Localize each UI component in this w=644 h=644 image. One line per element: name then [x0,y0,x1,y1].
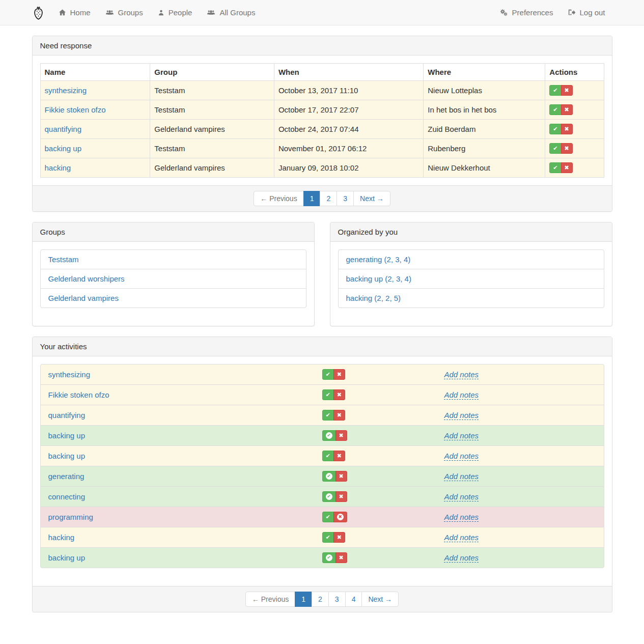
activity-link[interactable]: hacking [45,163,71,172]
decline-button[interactable]: ✖✖ [333,512,347,522]
activity-link[interactable]: generating [48,472,85,481]
pagination-next[interactable]: Next → [353,191,390,206]
accept-button[interactable]: ✔✔ [322,389,334,400]
users-icon [105,8,115,17]
decline-button[interactable]: ✖ [561,85,573,96]
nav-groups[interactable]: Groups [98,0,150,25]
add-notes-link[interactable]: Add notes [444,431,479,440]
nav-home[interactable]: Home [51,0,98,25]
add-notes-link[interactable]: Add notes [444,513,479,522]
nav-preferences[interactable]: Preferences [492,0,561,25]
decline-button[interactable]: ✖✖ [333,532,345,543]
activity-link[interactable]: backing up [48,452,86,460]
accept-button[interactable]: ✔✔ [322,369,334,380]
nav-all-groups-label: All Groups [219,8,255,17]
organized-by-you-panel: Organized by you generating (2, 3, 4) ba… [330,222,612,326]
activity-link[interactable]: Fikkie stoken ofzo [45,105,106,114]
groups-panel: Groups Teststam Gelderland worshipers Ge… [32,222,315,326]
decline-button[interactable]: ✖✖ [335,430,347,441]
accept-button[interactable]: ✔ [549,85,561,96]
accept-button[interactable]: ✔ [549,143,561,154]
add-notes-link[interactable]: Add notes [444,370,479,379]
activity-link[interactable]: programming [48,513,93,521]
nav-all-groups[interactable]: All Groups [199,0,262,25]
row-when: October 13, 2017 11:10 [274,81,423,100]
x-icon: ✖ [565,88,569,93]
decline-button[interactable]: ✖ [561,162,573,173]
col-header-when: When [274,64,423,81]
activity-link[interactable]: backing up [48,431,86,440]
accept-button[interactable]: ✔✔ [322,552,336,563]
activity-link[interactable]: Fikkie stoken ofzo [48,390,109,399]
pagination-page-1[interactable]: 1 [303,191,321,206]
accept-button[interactable]: ✔✔ [322,491,336,502]
need-response-title: Need response [33,36,612,55]
accept-button[interactable]: ✔✔ [322,512,334,522]
accept-button[interactable]: ✔ [549,124,561,134]
col-header-group: Group [150,64,274,81]
pagination-previous[interactable]: ← Previous [254,191,303,206]
accept-button[interactable]: ✔✔ [322,410,334,421]
add-notes-link[interactable]: Add notes [444,452,479,461]
check-circle-icon: ✔ [326,554,332,561]
activity-link[interactable]: backing up [48,553,86,562]
table-row: Fikkie stoken ofzo Teststam October 17, … [40,100,604,120]
accept-button[interactable]: ✔✔ [322,532,334,543]
nav-home-label: Home [70,8,91,17]
organized-activity-link[interactable]: backing up (2, 3, 4) [338,269,604,289]
pagination-page-2[interactable]: 2 [312,592,329,607]
add-notes-link[interactable]: Add notes [444,390,479,400]
accept-button[interactable]: ✔ [549,162,561,173]
activity-link[interactable]: synthesizing [48,370,91,379]
pagination-page-2[interactable]: 2 [320,191,337,206]
x-icon: ✖ [337,412,342,418]
add-notes-link[interactable]: Add notes [444,553,479,563]
activity-link[interactable]: backing up [45,144,82,153]
add-notes-link[interactable]: Add notes [444,492,479,501]
group-link[interactable]: Teststam [40,249,306,269]
pagination-next[interactable]: Next → [361,592,399,607]
add-notes-link[interactable]: Add notes [444,472,479,481]
pagination-page-3[interactable]: 3 [337,191,354,206]
activity-link[interactable]: synthesizing [45,86,87,95]
accept-button[interactable]: ✔✔ [322,471,336,482]
brand-logo[interactable] [32,0,51,25]
x-icon: ✖ [337,535,342,540]
users-icon [206,8,216,17]
nav-logout[interactable]: Log out [560,0,612,25]
decline-button[interactable]: ✖✖ [333,451,345,461]
row-when: October 24, 2017 07:44 [274,120,423,139]
decline-button[interactable]: ✖✖ [335,471,347,482]
decline-button[interactable]: ✖ [561,104,573,115]
decline-button[interactable]: ✖✖ [333,410,345,421]
pagination-page-3[interactable]: 3 [328,592,346,607]
pagination-page-1[interactable]: 1 [295,592,312,607]
col-header-actions: Actions [545,64,604,81]
decline-button[interactable]: ✖✖ [335,552,347,563]
activity-link[interactable]: hacking [48,533,75,542]
decline-button[interactable]: ✖ [561,124,573,134]
group-link[interactable]: Gelderland vampires [40,288,306,308]
add-notes-link[interactable]: Add notes [444,533,479,542]
activity-link[interactable]: connecting [48,492,86,501]
x-icon: ✖ [339,473,344,479]
organized-activity-link[interactable]: hacking (2, 2, 5) [338,288,604,308]
decline-button[interactable]: ✖ [561,143,573,154]
pagination-previous[interactable]: ← Previous [245,592,295,607]
pagination-page-4[interactable]: 4 [345,592,362,607]
decline-button[interactable]: ✖✖ [335,491,347,502]
strawberry-icon [32,5,45,20]
activity-link[interactable]: quantifying [45,125,82,133]
x-circle-icon: ✖ [337,514,344,520]
organized-activity-link[interactable]: generating (2, 3, 4) [338,249,604,269]
accept-button[interactable]: ✔✔ [322,430,336,441]
nav-people[interactable]: People [150,0,200,25]
add-notes-link[interactable]: Add notes [444,411,479,420]
accept-button[interactable]: ✔✔ [322,451,334,461]
activity-link[interactable]: quantifying [48,411,86,419]
gears-icon [499,8,509,17]
accept-button[interactable]: ✔ [549,104,561,115]
decline-button[interactable]: ✖✖ [333,369,345,380]
group-link[interactable]: Gelderland worshipers [40,269,306,289]
decline-button[interactable]: ✖✖ [333,389,345,400]
